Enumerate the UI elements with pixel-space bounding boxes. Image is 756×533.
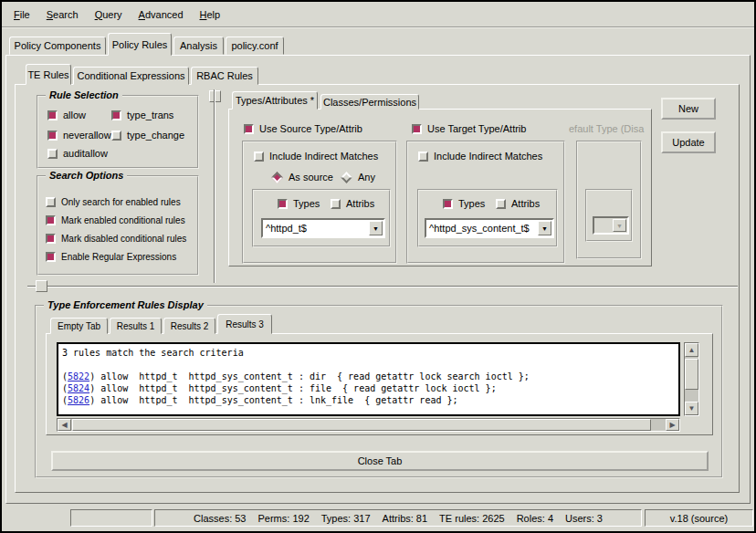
checkbox-only-enabled-rules[interactable]: Only search for enabled rules: [46, 197, 181, 207]
stat-attribs: Attribs: 81: [383, 513, 428, 524]
tab-rbac-rules[interactable]: RBAC Rules: [191, 67, 258, 85]
type-trans-indicator: [111, 110, 121, 120]
any-radio-indicator: [341, 172, 352, 183]
menu-search[interactable]: Search: [38, 7, 87, 22]
target-type-combobox[interactable]: ^httpd_sys_content_t$ ▼: [425, 218, 554, 238]
checkbox-source-attribs[interactable]: Attribs: [331, 198, 374, 209]
checkbox-target-attribs[interactable]: Attribs: [496, 198, 540, 209]
horizontal-sash-handle[interactable]: [36, 280, 47, 292]
target-types-indicator: [443, 199, 453, 209]
stat-classes: Classes: 53: [194, 513, 246, 524]
horizontal-scrollbar[interactable]: ◀ ▶: [57, 418, 680, 432]
rule-id-link[interactable]: 5824: [68, 383, 89, 393]
search-options-title: Search Options: [46, 170, 127, 181]
source-type-value: ^httpd_t$: [263, 223, 368, 234]
new-button[interactable]: New: [661, 98, 716, 120]
scroll-right-icon[interactable]: ▶: [666, 419, 679, 431]
checkbox-use-source-type[interactable]: Use Source Type/Attrib: [244, 123, 362, 134]
source-indirect-indicator: [254, 152, 264, 162]
type-change-indicator: [111, 131, 121, 141]
menu-bar: File Search Query Advanced Help: [2, 2, 754, 28]
checkbox-target-indirect[interactable]: Include Indirect Matches: [418, 151, 542, 162]
checkbox-type-trans[interactable]: type_trans: [111, 110, 173, 120]
scroll-left-icon[interactable]: ◀: [58, 419, 71, 431]
horizontal-sash[interactable]: [27, 286, 738, 287]
te-rules-display-group: Type Enforcement Rules Display Empty Tab…: [35, 305, 723, 478]
neverallow-indicator: [47, 131, 58, 141]
menu-advanced[interactable]: Advanced: [131, 7, 192, 22]
vertical-sash[interactable]: [214, 89, 215, 283]
source-combo-dropdown-icon[interactable]: ▼: [369, 221, 383, 235]
mark-enabled-indicator: [46, 215, 56, 225]
types-attributes-page: Use Source Type/Attrib Include Indirect …: [228, 109, 652, 266]
tab-results-2[interactable]: Results 2: [163, 318, 215, 334]
checkbox-mark-enabled-conditional[interactable]: Mark enabled conditional rules: [46, 215, 185, 225]
results-page: 3 rules match the search criteria (5822)…: [46, 333, 713, 435]
checkbox-mark-disabled-conditional[interactable]: Mark disabled conditional rules: [46, 234, 186, 244]
horizontal-scroll-thumb[interactable]: [72, 419, 651, 431]
target-indirect-indicator: [418, 152, 428, 162]
rule-selection-group: Rule Selection allow type_trans neverall…: [37, 95, 199, 169]
checkbox-source-indirect[interactable]: Include Indirect Matches: [254, 151, 378, 162]
checkbox-enable-regex[interactable]: Enable Regular Expressions: [46, 252, 176, 262]
source-types-frame: Types Attribs ^httpd_t$ ▼: [252, 189, 391, 247]
tab-conditional-expressions[interactable]: Conditional Expressions: [73, 67, 189, 85]
as-source-radio-indicator: [271, 172, 283, 183]
source-type-combobox[interactable]: ^httpd_t$ ▼: [261, 218, 385, 238]
policy-stats: Classes: 53 Perms: 192 Types: 317 Attrib…: [194, 513, 603, 524]
vertical-scrollbar[interactable]: ▲ ▼: [684, 342, 699, 416]
mark-disabled-indicator: [46, 234, 56, 244]
update-button[interactable]: Update: [661, 131, 716, 153]
scroll-up-icon[interactable]: ▲: [685, 343, 698, 357]
checkbox-use-target-type[interactable]: Use Target Type/Attrib: [412, 123, 526, 134]
tab-classes-permissions[interactable]: Classes/Permissions: [320, 94, 419, 110]
stat-users: Users: 3: [565, 513, 603, 524]
close-tab-button[interactable]: Close Tab: [51, 451, 709, 471]
status-cell-version: v.18 (source): [645, 509, 753, 527]
default-type-label: efault Type (Disa: [569, 123, 649, 134]
source-attribs-indicator: [331, 199, 341, 209]
status-cell-stats: Classes: 53 Perms: 192 Types: 317 Attrib…: [154, 509, 642, 527]
allow-indicator: [47, 110, 58, 120]
menu-file[interactable]: File: [5, 7, 38, 22]
checkbox-neverallow[interactable]: neverallow: [47, 130, 111, 141]
stat-te-rules: TE rules: 2625: [439, 513, 505, 524]
scroll-down-icon[interactable]: ▼: [685, 402, 698, 415]
tab-policy-conf[interactable]: policy.conf: [226, 37, 284, 55]
tab-policy-rules[interactable]: Policy Rules: [108, 33, 172, 56]
tab-te-rules[interactable]: TE Rules: [26, 64, 71, 85]
target-combo-dropdown-icon[interactable]: ▼: [538, 221, 551, 235]
tab-results-3[interactable]: Results 3: [217, 314, 272, 334]
policy-version: v.18 (source): [670, 513, 728, 524]
status-cell-empty: [70, 509, 152, 527]
target-attribs-indicator: [496, 199, 506, 209]
checkbox-target-types[interactable]: Types: [443, 198, 485, 209]
tab-policy-components[interactable]: Policy Components: [9, 37, 106, 55]
menu-query[interactable]: Query: [87, 7, 131, 22]
stat-types: Types: 317: [321, 513, 371, 524]
results-text-area[interactable]: 3 rules match the search criteria (5822)…: [57, 342, 680, 416]
checkbox-type-change[interactable]: type_change: [111, 130, 184, 141]
menu-help[interactable]: Help: [192, 7, 229, 22]
tab-results-1[interactable]: Results 1: [110, 318, 162, 334]
use-target-indicator: [412, 124, 422, 134]
checkbox-auditallow[interactable]: auditallow: [47, 148, 108, 159]
checkbox-allow[interactable]: allow: [47, 110, 86, 120]
use-source-indicator: [244, 124, 254, 134]
rule-line: (5824) allow httpd_t httpd_sys_content_t…: [62, 382, 675, 394]
tab-empty-tab[interactable]: Empty Tab: [50, 318, 108, 334]
default-combo-dropdown-icon: ▼: [613, 219, 626, 232]
search-options-group: Search Options Only search for enabled r…: [37, 175, 199, 276]
checkbox-source-types[interactable]: Types: [278, 198, 320, 209]
rule-id-link[interactable]: 5826: [68, 395, 89, 405]
tab-types-attributes[interactable]: Types/Attributes *: [232, 91, 318, 110]
vertical-scroll-thumb[interactable]: [685, 359, 698, 390]
rule-selection-title: Rule Selection: [46, 89, 122, 100]
stat-roles: Roles: 4: [517, 513, 553, 524]
rule-id-link[interactable]: 5822: [68, 371, 89, 381]
radio-as-source[interactable]: As source: [271, 172, 333, 183]
te-rules-display-title: Type Enforcement Rules Display: [44, 299, 207, 310]
radio-any[interactable]: Any: [341, 172, 375, 183]
default-type-frame: ▼: [576, 141, 642, 259]
tab-analysis[interactable]: Analysis: [173, 37, 224, 55]
